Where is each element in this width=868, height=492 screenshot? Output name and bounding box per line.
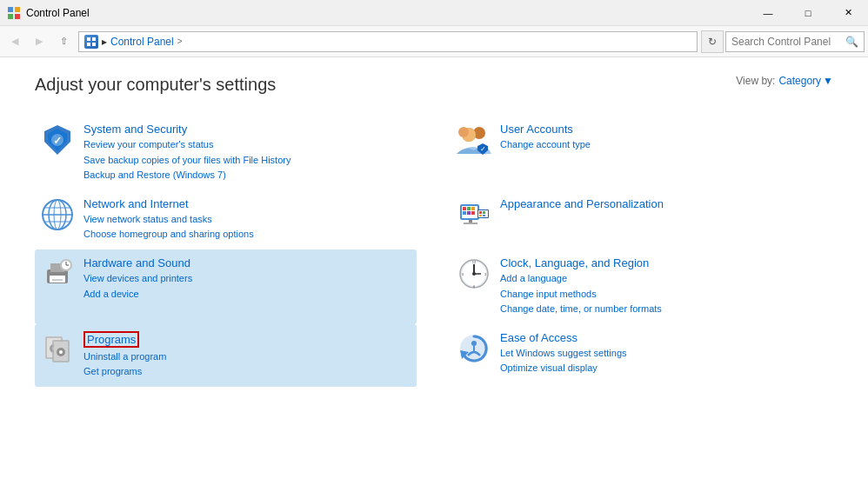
svg-rect-39: [483, 215, 485, 216]
clock-link-1[interactable]: Change input methods: [500, 287, 662, 303]
svg-text:✓: ✓: [53, 135, 62, 147]
maximize-button[interactable]: □: [788, 0, 828, 26]
svg-point-15: [458, 127, 469, 137]
category-programs: Programs Uninstall a program Get program…: [35, 324, 417, 387]
svg-rect-38: [479, 215, 482, 216]
svg-rect-0: [8, 7, 13, 12]
programs-title[interactable]: Programs: [83, 331, 139, 348]
hardware-link-1[interactable]: Add a device: [83, 287, 192, 303]
user-accounts-icon: ✓: [457, 123, 491, 157]
view-by: View by: Category ▼: [736, 75, 833, 87]
svg-rect-5: [92, 37, 96, 41]
svg-rect-3: [15, 14, 20, 19]
svg-rect-33: [464, 223, 477, 224]
up-button[interactable]: ⇧: [52, 30, 75, 53]
system-security-title[interactable]: System and Security: [83, 123, 290, 136]
address-field[interactable]: ▸ Control Panel >: [78, 31, 698, 52]
category-system-security: ✓ System and Security Review your comput…: [35, 116, 417, 190]
network-text: Network and Internet View network status…: [83, 197, 254, 243]
appearance-text: Appearance and Personalization: [500, 197, 664, 212]
forward-button[interactable]: ▶: [28, 30, 50, 53]
window-title: Control Panel: [26, 7, 90, 19]
network-icon: [40, 197, 75, 232]
svg-rect-43: [52, 279, 63, 281]
svg-rect-26: [463, 207, 466, 210]
svg-rect-27: [467, 207, 471, 210]
back-button[interactable]: ◀: [3, 30, 26, 53]
breadcrumb-root: ▸: [102, 36, 107, 48]
system-security-text: System and Security Review your computer…: [83, 123, 290, 183]
programs-text: Programs Uninstall a program Get program…: [83, 331, 166, 380]
categories-grid: ✓ System and Security Review your comput…: [35, 116, 833, 387]
hardware-text: Hardware and Sound View devices and prin…: [83, 256, 192, 302]
page-header: Adjust your computer's settings View by:…: [35, 75, 833, 95]
svg-point-67: [471, 341, 477, 346]
user-accounts-link-0[interactable]: Change account type: [500, 137, 591, 153]
address-bar: ◀ ▶ ⇧ ▸ Control Panel > ↻ 🔍: [0, 26, 868, 57]
system-security-icon: ✓: [40, 123, 75, 157]
network-link-1[interactable]: Choose homegroup and sharing options: [83, 227, 254, 243]
category-appearance: Appearance and Personalization: [451, 190, 833, 249]
svg-point-52: [472, 272, 476, 276]
svg-rect-2: [8, 14, 13, 19]
programs-link-0[interactable]: Uninstall a program: [83, 349, 166, 365]
category-user-accounts: ✓ User Accounts Change account type: [451, 116, 833, 190]
close-button[interactable]: ✕: [828, 0, 868, 26]
svg-rect-32: [469, 220, 472, 223]
ease-link-1[interactable]: Optimize visual display: [500, 361, 627, 376]
svg-text:12: 12: [472, 260, 477, 264]
user-accounts-title[interactable]: User Accounts: [500, 123, 591, 136]
clock-title[interactable]: Clock, Language, and Region: [500, 256, 662, 269]
programs-icon: [40, 331, 75, 366]
appearance-title[interactable]: Appearance and Personalization: [500, 197, 664, 210]
clock-link-2[interactable]: Change date, time, or number formats: [500, 302, 662, 317]
system-security-link-1[interactable]: Save backup copies of your files with Fi…: [83, 153, 290, 169]
viewby-dropdown[interactable]: Category ▼: [778, 75, 833, 87]
viewby-label: View by:: [736, 75, 775, 87]
network-link-0[interactable]: View network status and tasks: [83, 212, 254, 228]
main-content: Adjust your computer's settings View by:…: [0, 57, 868, 492]
appearance-icon: [457, 197, 491, 232]
breadcrumb-separator: >: [177, 37, 183, 46]
window-controls: — □ ✕: [748, 0, 868, 26]
svg-text:✓: ✓: [480, 145, 486, 153]
search-icon: 🔍: [845, 36, 858, 48]
category-ease: Ease of Access Let Windows suggest setti…: [451, 324, 833, 387]
title-bar: Control Panel — □ ✕: [0, 0, 868, 26]
hardware-title[interactable]: Hardware and Sound: [83, 256, 192, 269]
system-security-link-0[interactable]: Review your computer's status: [83, 137, 290, 153]
clock-link-0[interactable]: Add a language: [500, 271, 662, 287]
breadcrumb-controlpanel[interactable]: Control Panel: [110, 36, 174, 48]
svg-rect-31: [471, 211, 475, 215]
ease-link-0[interactable]: Let Windows suggest settings: [500, 346, 627, 362]
page-title: Adjust your computer's settings: [35, 75, 276, 95]
svg-rect-4: [87, 37, 90, 41]
network-title[interactable]: Network and Internet: [83, 197, 254, 210]
svg-rect-7: [92, 43, 96, 46]
ease-title[interactable]: Ease of Access: [500, 331, 627, 344]
category-hardware: Hardware and Sound View devices and prin…: [35, 249, 417, 324]
svg-rect-1: [15, 7, 20, 12]
ease-icon: [457, 331, 491, 366]
search-box[interactable]: 🔍: [725, 31, 865, 52]
app-icon: [7, 6, 21, 20]
hardware-link-0[interactable]: View devices and printers: [83, 271, 192, 287]
address-icon: [84, 35, 98, 49]
clock-icon: 12 3 6 9: [457, 256, 491, 291]
system-security-link-2[interactable]: Backup and Restore (Windows 7): [83, 168, 290, 183]
svg-rect-37: [483, 211, 485, 214]
user-accounts-text: User Accounts Change account type: [500, 123, 591, 153]
svg-rect-29: [463, 211, 466, 215]
programs-link-1[interactable]: Get programs: [83, 364, 166, 380]
category-network: Network and Internet View network status…: [35, 190, 417, 249]
search-input[interactable]: [731, 36, 842, 48]
minimize-button[interactable]: —: [748, 0, 788, 26]
chevron-down-icon: ▼: [823, 75, 833, 87]
clock-text: Clock, Language, and Region Add a langua…: [500, 256, 662, 317]
svg-rect-6: [87, 43, 90, 46]
category-clock: 12 3 6 9 Clock, Language, and Region Add…: [451, 249, 833, 324]
svg-rect-36: [479, 211, 482, 214]
svg-rect-28: [471, 207, 475, 210]
refresh-button[interactable]: ↻: [701, 30, 724, 53]
ease-text: Ease of Access Let Windows suggest setti…: [500, 331, 627, 376]
